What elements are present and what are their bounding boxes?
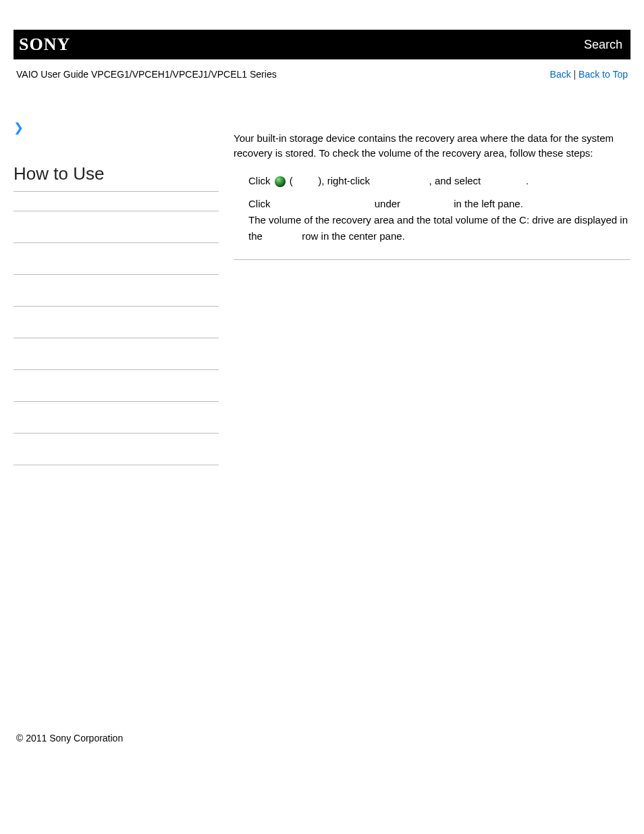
step1-text-e: . xyxy=(526,175,529,186)
sony-logo: SONY xyxy=(14,34,70,55)
sidebar-divider xyxy=(14,211,219,211)
step2-line2-b: row in the center pane. xyxy=(299,230,405,242)
copyright: © 2011 Sony Corporation xyxy=(14,733,630,744)
step-1: Click ( ), right-click , and select . xyxy=(248,173,630,189)
sidebar-heading: How to Use xyxy=(14,163,219,192)
sub-header: VAIO User Guide VPCEG1/VPCEH1/VPCEJ1/VPC… xyxy=(14,59,630,80)
step2-text-a: Click xyxy=(248,198,273,209)
step1-text-d: , and select xyxy=(429,175,484,186)
nav-links: Back | Back to Top xyxy=(550,69,628,80)
sidebar-divider xyxy=(14,401,219,402)
step1-text-c: ), right-click xyxy=(318,175,373,186)
sidebar-divider xyxy=(14,242,219,243)
top-bar: SONY Search xyxy=(14,30,630,59)
sidebar-divider xyxy=(14,306,219,307)
step2-text-b: under xyxy=(372,198,404,209)
step1-text-a: Click xyxy=(248,175,273,186)
step-2: Click under in the left pane. The volume… xyxy=(248,196,630,244)
step2-text-c: in the left pane. xyxy=(451,198,523,209)
back-link[interactable]: Back xyxy=(550,69,571,80)
step1-text-b: ( xyxy=(287,175,293,186)
sidebar-divider xyxy=(14,369,219,370)
guide-title: VAIO User Guide VPCEG1/VPCEH1/VPCEJ1/VPC… xyxy=(16,69,277,80)
back-to-top-link[interactable]: Back to Top xyxy=(579,69,628,80)
intro-text: Your built-in storage device contains th… xyxy=(234,131,630,161)
sidebar: ❯ How to Use xyxy=(14,120,225,496)
separator: | xyxy=(571,69,579,80)
windows-start-orb-icon xyxy=(275,176,286,187)
main-content: Your built-in storage device contains th… xyxy=(225,120,630,496)
sidebar-divider xyxy=(14,433,219,434)
chevron-right-icon[interactable]: ❯ xyxy=(14,120,24,135)
search-link[interactable]: Search xyxy=(584,38,630,52)
content-divider xyxy=(234,259,630,260)
sidebar-divider xyxy=(14,274,219,275)
sidebar-divider xyxy=(14,338,219,338)
sidebar-divider xyxy=(14,465,219,465)
